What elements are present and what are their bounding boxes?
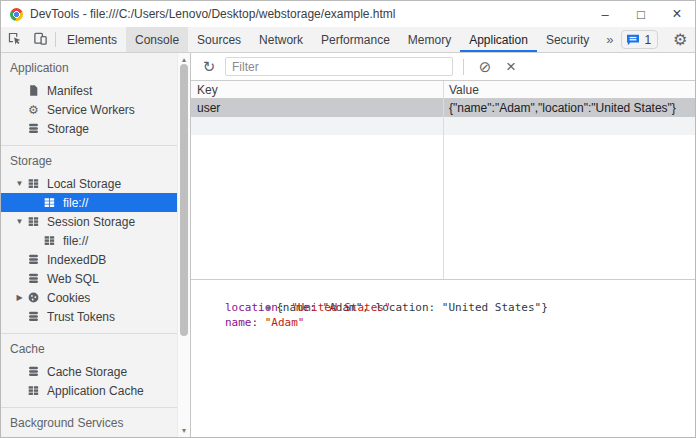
tab-sources[interactable]: Sources — [188, 27, 250, 52]
issues-badge[interactable]: 1 — [621, 30, 658, 49]
sidebar-item-cookies[interactable]: ▶Cookies — [1, 288, 177, 307]
database-icon — [26, 272, 41, 286]
sidebar-item-manifest[interactable]: Manifest — [1, 81, 177, 100]
section-title-application: Application — [1, 53, 177, 81]
sidebar-item-label: file:// — [63, 234, 88, 248]
section-title-cache: Cache — [1, 334, 177, 362]
sidebar-item-background-fetch[interactable]: ↑↓Background Fetch — [1, 436, 177, 437]
property-value: "United States" — [291, 301, 390, 314]
storage-toolbar: ↻ ⊘ × — [191, 53, 695, 81]
sidebar-item-label: IndexedDB — [47, 253, 106, 267]
tabbar-right-controls: 1 ⚙ ⋮ — [621, 27, 696, 52]
title-bar: DevTools - file:///C:/Users/Lenovo/Deskt… — [1, 1, 695, 27]
scroll-down-arrow-icon[interactable]: ▾ — [178, 424, 190, 436]
main-menu-button[interactable]: ⋮ — [692, 33, 696, 47]
sidebar-item-label: Web SQL — [47, 272, 99, 286]
inspect-cursor-icon — [7, 31, 22, 49]
storage-items-table: Key Value user{"name":"Adam","location":… — [191, 81, 695, 279]
sidebar-item-label: Application Cache — [47, 384, 144, 398]
maximize-button[interactable]: □ — [623, 1, 659, 27]
tab-security[interactable]: Security — [537, 27, 598, 52]
database-icon — [26, 365, 41, 379]
property-value: "Adam" — [265, 316, 305, 329]
sidebar-item-label: Session Storage — [47, 215, 135, 229]
chevron-down-icon[interactable]: ▼ — [13, 217, 26, 226]
table-icon — [26, 177, 41, 191]
toolbar-divider — [55, 32, 56, 47]
device-toolbar-icon — [33, 31, 48, 49]
property-name: name — [225, 316, 252, 329]
minimize-button[interactable]: – — [587, 1, 623, 27]
block-icon: ⊘ — [479, 59, 492, 74]
tab-network[interactable]: Network — [250, 27, 312, 52]
table-icon — [26, 215, 41, 229]
tab-performance[interactable]: Performance — [312, 27, 399, 52]
database-icon — [26, 253, 41, 267]
column-header-key[interactable]: Key — [191, 81, 443, 98]
cookie-icon — [26, 291, 41, 305]
delete-selected-button[interactable]: × — [498, 55, 524, 79]
window-controls: – □ × — [587, 1, 695, 27]
tab-elements[interactable]: Elements — [58, 27, 126, 52]
sidebar-item-local-storage[interactable]: ▼Local Storage — [1, 174, 177, 193]
scrollbar-thumb[interactable] — [180, 64, 188, 336]
gear-icon: ⚙ — [26, 103, 41, 117]
sidebar-item-label: Cache Storage — [47, 365, 127, 379]
refresh-icon: ↻ — [203, 59, 216, 74]
close-button[interactable]: × — [659, 1, 695, 27]
sidebar-item-label: Manifest — [47, 84, 92, 98]
table-icon — [42, 234, 57, 248]
chevron-down-icon[interactable]: ▼ — [13, 179, 26, 188]
property-colon: : — [278, 301, 291, 314]
sidebar-item-service-workers[interactable]: ⚙Service Workers — [1, 100, 177, 119]
toggle-device-toolbar-button[interactable] — [27, 27, 53, 52]
sidebar-item-file[interactable]: file:// — [1, 231, 177, 250]
section-title-background-services: Background Services — [1, 408, 177, 436]
database-icon — [26, 310, 41, 324]
column-divider[interactable] — [443, 81, 444, 279]
toolbar-separator — [463, 59, 464, 75]
sidebar-item-session-storage[interactable]: ▼Session Storage — [1, 212, 177, 231]
sidebar-scrollbar[interactable]: ▴ ▾ — [177, 53, 190, 437]
chrome-logo-icon — [10, 8, 23, 21]
content-area: ApplicationManifest⚙Service WorkersStora… — [1, 53, 695, 437]
property-row-name: name: "Adam" — [198, 315, 695, 330]
settings-button[interactable]: ⚙ — [668, 32, 692, 48]
key-cell[interactable]: user — [191, 99, 443, 117]
value-preview-pane: ▼{name: "Adam", location: "United States… — [191, 279, 695, 437]
sidebar-item-storage[interactable]: Storage — [1, 119, 177, 138]
issues-count: 1 — [644, 33, 651, 47]
panel-tabs: ElementsConsoleSourcesNetworkPerformance… — [58, 27, 598, 52]
sidebar-item-label: Cookies — [47, 291, 90, 305]
inspect-element-button[interactable] — [1, 27, 27, 52]
tab-memory[interactable]: Memory — [399, 27, 460, 52]
message-bubble-icon — [626, 34, 640, 46]
value-cell[interactable]: {"name":"Adam","location":"United States… — [443, 99, 695, 117]
sidebar-item-trust-tokens[interactable]: Trust Tokens — [1, 307, 177, 326]
more-tabs-button[interactable]: » — [598, 27, 621, 52]
section-title-storage: Storage — [1, 146, 177, 174]
tab-application[interactable]: Application — [460, 27, 537, 52]
table-icon — [42, 196, 57, 210]
refresh-button[interactable]: ↻ — [196, 55, 222, 79]
sidebar-item-label: Storage — [47, 122, 89, 136]
window-title: DevTools - file:///C:/Users/Lenovo/Deskt… — [30, 7, 396, 21]
storage-panel: ↻ ⊘ × Key Value user{"name":"Adam","loca… — [191, 53, 695, 437]
filter-input[interactable] — [225, 57, 453, 76]
sidebar-item-file[interactable]: file:// — [1, 193, 177, 212]
sidebar-item-label: Local Storage — [47, 177, 121, 191]
document-icon — [26, 84, 41, 98]
sidebar-item-cache-storage[interactable]: Cache Storage — [1, 362, 177, 381]
application-sidebar: ApplicationManifest⚙Service WorkersStora… — [1, 53, 191, 437]
column-header-value[interactable]: Value — [443, 81, 695, 98]
sidebar-item-indexeddb[interactable]: IndexedDB — [1, 250, 177, 269]
sidebar-item-web-sql[interactable]: Web SQL — [1, 269, 177, 288]
chevron-right-icon[interactable]: ▶ — [13, 293, 26, 302]
sidebar-item-label: Service Workers — [47, 103, 135, 117]
delete-all-button[interactable]: ⊘ — [472, 55, 498, 79]
tab-console[interactable]: Console — [126, 27, 188, 52]
property-colon: : — [252, 316, 265, 329]
property-name: location — [225, 301, 278, 314]
sidebar-item-application-cache[interactable]: Application Cache — [1, 381, 177, 400]
x-icon: × — [506, 58, 516, 75]
